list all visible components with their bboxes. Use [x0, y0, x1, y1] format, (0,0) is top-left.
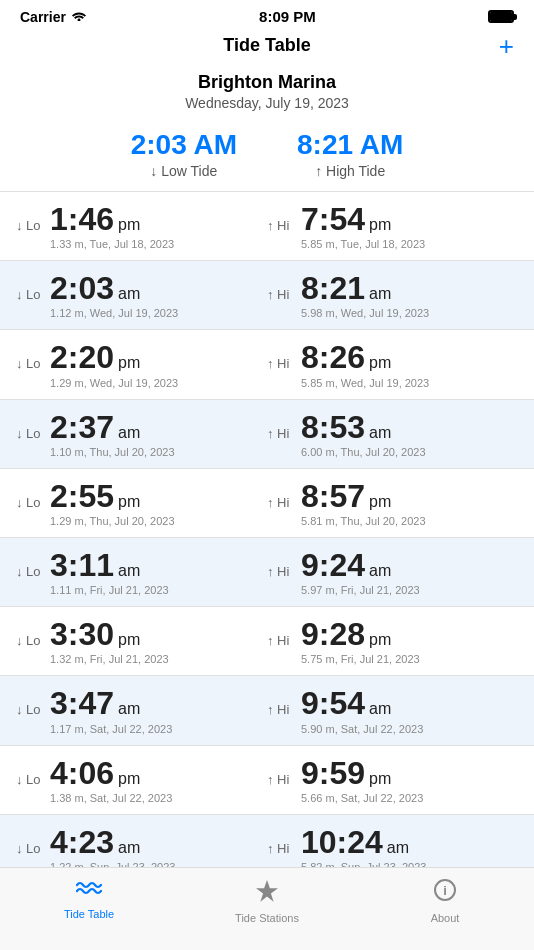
tab-tide-table-label: Tide Table [64, 908, 114, 920]
low-tide-label: ↓ Lo [16, 356, 46, 371]
table-row: ↓ Lo 3:11 am 1.11 m, Fri, Jul 21, 2023 ↑… [0, 537, 534, 606]
low-tide-cell: ↓ Lo 3:30 pm 1.32 m, Fri, Jul 21, 2023 [16, 617, 267, 665]
low-tide-suffix: pm [118, 493, 140, 511]
high-tide-time: 8:57 [301, 479, 365, 514]
tab-about-label: About [431, 912, 460, 924]
high-tide-label: ↑ Hi [267, 426, 297, 441]
high-tide-sub: 5.90 m, Sat, Jul 22, 2023 [267, 723, 518, 735]
high-tide-suffix: am [387, 839, 409, 857]
high-tide-sub: 5.85 m, Wed, Jul 19, 2023 [267, 377, 518, 389]
summary-high-time: 8:21 AM [297, 129, 403, 161]
status-bar: Carrier 8:09 PM [0, 0, 534, 29]
battery-icon [488, 10, 514, 23]
tide-summary: 2:03 AM ↓ Low Tide 8:21 AM ↑ High Tide [0, 121, 534, 191]
low-tide-sub: 1.12 m, Wed, Jul 19, 2023 [16, 307, 267, 319]
low-tide-time: 2:20 [50, 340, 114, 375]
high-tide-time: 9:24 [301, 548, 365, 583]
low-tide-sub: 1.38 m, Sat, Jul 22, 2023 [16, 792, 267, 804]
high-tide-time: 9:28 [301, 617, 365, 652]
high-tide-time: 8:53 [301, 410, 365, 445]
high-tide-sub: 5.66 m, Sat, Jul 22, 2023 [267, 792, 518, 804]
high-tide-suffix: pm [369, 770, 391, 788]
high-tide-cell: ↑ Hi 9:54 am 5.90 m, Sat, Jul 22, 2023 [267, 686, 518, 734]
low-tide-label: ↓ Lo [16, 287, 46, 302]
high-tide-suffix: am [369, 562, 391, 580]
time-label: 8:09 PM [259, 8, 316, 25]
low-tide-time: 2:03 [50, 271, 114, 306]
low-tide-label: ↓ Lo [16, 495, 46, 510]
tab-about[interactable]: i About [405, 878, 485, 924]
high-tide-sub: 5.75 m, Fri, Jul 21, 2023 [267, 653, 518, 665]
location-name: Brighton Marina [20, 72, 514, 93]
high-tide-sub: 5.98 m, Wed, Jul 19, 2023 [267, 307, 518, 319]
high-tide-cell: ↑ Hi 7:54 pm 5.85 m, Tue, Jul 18, 2023 [267, 202, 518, 250]
low-tide-sub: 1.17 m, Sat, Jul 22, 2023 [16, 723, 267, 735]
table-row: ↓ Lo 2:03 am 1.12 m, Wed, Jul 19, 2023 ↑… [0, 260, 534, 329]
carrier-label: Carrier [20, 9, 66, 25]
star-icon [255, 878, 279, 908]
low-tide-cell: ↓ Lo 4:06 pm 1.38 m, Sat, Jul 22, 2023 [16, 756, 267, 804]
add-button[interactable]: + [499, 33, 514, 59]
low-tide-suffix: am [118, 700, 140, 718]
nav-header: Tide Table + [0, 29, 534, 66]
low-tide-cell: ↓ Lo 1:46 pm 1.33 m, Tue, Jul 18, 2023 [16, 202, 267, 250]
high-tide-label: ↑ Hi [267, 772, 297, 787]
tab-tide-stations-label: Tide Stations [235, 912, 299, 924]
low-tide-time: 4:06 [50, 756, 114, 791]
tab-tide-stations[interactable]: Tide Stations [227, 878, 307, 924]
high-tide-suffix: am [369, 285, 391, 303]
low-tide-suffix: pm [118, 216, 140, 234]
location-date: Wednesday, July 19, 2023 [20, 95, 514, 111]
low-tide-label: ↓ Lo [16, 426, 46, 441]
high-tide-time: 8:21 [301, 271, 365, 306]
low-tide-label: ↓ Lo [16, 841, 46, 856]
high-tide-label: ↑ Hi [267, 841, 297, 856]
high-tide-time: 10:24 [301, 825, 383, 860]
high-tide-suffix: pm [369, 216, 391, 234]
high-tide-label: ↑ Hi [267, 218, 297, 233]
table-row: ↓ Lo 1:46 pm 1.33 m, Tue, Jul 18, 2023 ↑… [0, 191, 534, 260]
tab-tide-table[interactable]: Tide Table [49, 878, 129, 920]
high-tide-cell: ↑ Hi 8:21 am 5.98 m, Wed, Jul 19, 2023 [267, 271, 518, 319]
table-row: ↓ Lo 2:20 pm 1.29 m, Wed, Jul 19, 2023 ↑… [0, 329, 534, 398]
low-tide-cell: ↓ Lo 2:03 am 1.12 m, Wed, Jul 19, 2023 [16, 271, 267, 319]
low-tide-sub: 1.32 m, Fri, Jul 21, 2023 [16, 653, 267, 665]
low-tide-suffix: am [118, 562, 140, 580]
low-tide-suffix: pm [118, 354, 140, 372]
low-tide-sub: 1.29 m, Thu, Jul 20, 2023 [16, 515, 267, 527]
table-row: ↓ Lo 4:06 pm 1.38 m, Sat, Jul 22, 2023 ↑… [0, 745, 534, 814]
high-tide-cell: ↑ Hi 9:59 pm 5.66 m, Sat, Jul 22, 2023 [267, 756, 518, 804]
high-tide-suffix: pm [369, 631, 391, 649]
high-tide-cell: ↑ Hi 8:53 am 6.00 m, Thu, Jul 20, 2023 [267, 410, 518, 458]
high-tide-label: ↑ Hi [267, 564, 297, 579]
high-tide-sub: 5.81 m, Thu, Jul 20, 2023 [267, 515, 518, 527]
summary-low-time: 2:03 AM [131, 129, 237, 161]
high-tide-suffix: am [369, 424, 391, 442]
high-tide-time: 7:54 [301, 202, 365, 237]
tab-bar: Tide Table Tide Stations i About [0, 867, 534, 950]
table-row: ↓ Lo 3:47 am 1.17 m, Sat, Jul 22, 2023 ↑… [0, 675, 534, 744]
high-tide-suffix: pm [369, 493, 391, 511]
waves-icon [75, 878, 103, 904]
low-tide-cell: ↓ Lo 3:11 am 1.11 m, Fri, Jul 21, 2023 [16, 548, 267, 596]
info-icon: i [433, 878, 457, 908]
high-tide-cell: ↑ Hi 9:28 pm 5.75 m, Fri, Jul 21, 2023 [267, 617, 518, 665]
low-tide-sub: 1.10 m, Thu, Jul 20, 2023 [16, 446, 267, 458]
low-tide-time: 1:46 [50, 202, 114, 237]
high-tide-cell: ↑ Hi 8:57 pm 5.81 m, Thu, Jul 20, 2023 [267, 479, 518, 527]
summary-low-label: ↓ Low Tide [131, 163, 237, 179]
low-tide-suffix: pm [118, 770, 140, 788]
low-tide-cell: ↓ Lo 2:20 pm 1.29 m, Wed, Jul 19, 2023 [16, 340, 267, 388]
table-row: ↓ Lo 2:37 am 1.10 m, Thu, Jul 20, 2023 ↑… [0, 399, 534, 468]
low-tide-sub: 1.33 m, Tue, Jul 18, 2023 [16, 238, 267, 250]
low-tide-sub: 1.11 m, Fri, Jul 21, 2023 [16, 584, 267, 596]
summary-high-tide: 8:21 AM ↑ High Tide [297, 129, 403, 179]
high-tide-suffix: am [369, 700, 391, 718]
high-tide-label: ↑ Hi [267, 495, 297, 510]
high-tide-label: ↑ Hi [267, 356, 297, 371]
high-tide-label: ↑ Hi [267, 287, 297, 302]
high-tide-sub: 5.97 m, Fri, Jul 21, 2023 [267, 584, 518, 596]
low-tide-time: 3:30 [50, 617, 114, 652]
low-tide-time: 2:37 [50, 410, 114, 445]
table-row: ↓ Lo 3:30 pm 1.32 m, Fri, Jul 21, 2023 ↑… [0, 606, 534, 675]
